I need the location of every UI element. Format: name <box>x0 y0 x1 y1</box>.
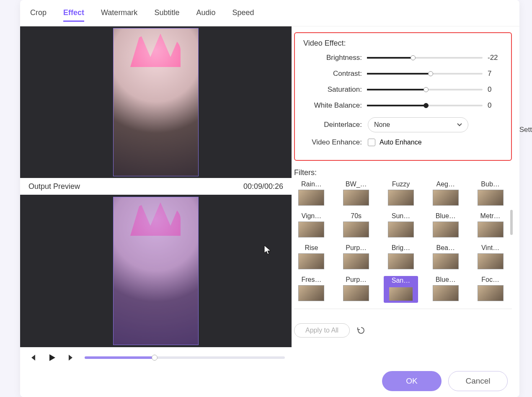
filter-label: Vign… <box>302 212 322 220</box>
filter-item-6[interactable]: 70s <box>339 212 374 237</box>
timeline-slider[interactable] <box>85 356 285 359</box>
filter-item-1[interactable]: BW_… <box>339 180 374 206</box>
timeline-thumb[interactable] <box>152 355 158 361</box>
white-balance-label: White Balance: <box>303 101 362 110</box>
tab-speed[interactable]: Speed <box>232 8 254 22</box>
reset-icon[interactable] <box>356 326 366 335</box>
deinterlace-value: None <box>374 121 390 129</box>
filter-item-3[interactable]: Aeg… <box>428 180 463 206</box>
filter-label: Blue… <box>436 276 456 284</box>
output-preview-label: Output Preview <box>28 182 80 191</box>
filter-label: Foc… <box>481 276 499 284</box>
preview-info: Output Preview 00:09/00:26 <box>20 178 292 195</box>
tab-crop[interactable]: Crop <box>30 8 46 22</box>
original-preview <box>20 26 292 178</box>
output-preview <box>20 195 292 347</box>
filter-item-8[interactable]: Blue… <box>428 212 463 237</box>
brightness-value: -22 <box>488 54 503 62</box>
filter-item-0[interactable]: Rain… <box>294 180 329 206</box>
divider <box>294 309 512 309</box>
video-effect-title: Video Effect: <box>303 39 503 48</box>
auto-enhance-checkbox[interactable] <box>368 139 375 146</box>
white-balance-slider[interactable] <box>367 105 483 106</box>
deinterlace-label: Deinterlace: <box>303 121 362 129</box>
brightness-slider[interactable] <box>367 57 483 59</box>
filter-label: BW_… <box>346 180 367 188</box>
contrast-slider[interactable] <box>367 73 483 75</box>
filter-thumb <box>433 253 459 269</box>
filter-thumb <box>478 253 504 269</box>
filter-label: Bea… <box>436 244 455 252</box>
filter-thumb <box>343 285 369 301</box>
filter-label: San… <box>392 277 410 284</box>
filter-item-10[interactable]: Rise <box>294 244 329 269</box>
filter-label: Purp… <box>346 276 367 284</box>
filter-item-14[interactable]: Vint… <box>473 244 508 269</box>
white-balance-value: 0 <box>488 101 503 110</box>
filter-thumb <box>298 285 324 301</box>
filter-item-5[interactable]: Vign… <box>294 212 329 237</box>
cancel-button[interactable]: Cancel <box>448 371 508 391</box>
contrast-label: Contrast: <box>303 70 362 78</box>
filter-thumb <box>343 190 369 206</box>
playback-controls <box>20 347 292 368</box>
filter-thumb <box>388 253 414 269</box>
video-edit-dialog: Crop Effect Watermark Subtitle Audio Spe… <box>20 0 519 397</box>
filter-label: Rain… <box>301 180 322 188</box>
saturation-value: 0 <box>488 85 503 94</box>
filter-label: Brig… <box>392 244 410 252</box>
filter-thumb <box>433 285 459 301</box>
filter-thumb <box>343 222 369 237</box>
filter-thumb <box>433 190 459 206</box>
ok-button[interactable]: OK <box>382 371 442 391</box>
tab-audio[interactable]: Audio <box>196 8 215 22</box>
play-button[interactable] <box>46 352 58 363</box>
prev-frame-button[interactable] <box>27 352 39 363</box>
brightness-label: Brightness: <box>303 54 362 62</box>
filter-thumb <box>388 190 414 206</box>
filter-thumb <box>343 253 369 269</box>
filter-label: Fres… <box>301 276 321 284</box>
filter-thumb <box>478 190 504 206</box>
tab-bar: Crop Effect Watermark Subtitle Audio Spe… <box>20 0 519 26</box>
saturation-slider[interactable] <box>367 89 483 90</box>
filter-item-12[interactable]: Brig… <box>384 244 418 269</box>
filter-thumb <box>298 222 324 237</box>
filter-label: Sun… <box>392 212 410 220</box>
filter-item-18[interactable]: Blue… <box>428 276 463 303</box>
filter-item-2[interactable]: Fuzzy <box>384 180 418 206</box>
filter-label: 70s <box>351 212 362 220</box>
filters-scrollbar[interactable] <box>510 210 513 235</box>
filter-item-4[interactable]: Bub… <box>473 180 508 206</box>
filter-label: Blue… <box>436 212 456 220</box>
filter-item-17[interactable]: San… <box>384 276 418 303</box>
saturation-label: Saturation: <box>303 85 362 94</box>
filter-label: Fuzzy <box>392 180 410 188</box>
deinterlace-select[interactable]: None <box>368 117 468 132</box>
filter-item-13[interactable]: Bea… <box>428 244 463 269</box>
filter-item-15[interactable]: Fres… <box>294 276 329 303</box>
filter-thumb <box>298 190 324 206</box>
filter-item-11[interactable]: Purp… <box>339 244 374 269</box>
tab-watermark[interactable]: Watermark <box>101 8 137 22</box>
timeline-fill <box>85 356 155 359</box>
filter-item-9[interactable]: Metr… <box>473 212 508 237</box>
filters-title: Filters: <box>294 168 512 177</box>
auto-enhance-option: Auto Enhance <box>380 139 422 146</box>
filter-thumb <box>298 253 324 269</box>
filter-thumb <box>478 285 504 301</box>
filter-label: Rise <box>305 244 318 252</box>
video-enhance-label: Video Enhance: <box>303 138 362 147</box>
tab-effect[interactable]: Effect <box>63 8 84 22</box>
next-frame-button[interactable] <box>65 352 77 363</box>
filter-item-16[interactable]: Purp… <box>339 276 374 303</box>
filter-item-19[interactable]: Foc… <box>473 276 508 303</box>
filters-grid: Rain…BW_…FuzzyAeg…Bub…Vign…70sSun…Blue…M… <box>294 180 512 303</box>
filter-thumb <box>388 222 414 237</box>
side-text: Sett <box>519 126 532 134</box>
filter-label: Aeg… <box>436 180 455 188</box>
tab-subtitle[interactable]: Subtitle <box>154 8 179 22</box>
apply-to-all-button[interactable]: Apply to All <box>294 323 350 338</box>
filter-item-7[interactable]: Sun… <box>384 212 418 237</box>
chevron-down-icon <box>457 121 462 129</box>
